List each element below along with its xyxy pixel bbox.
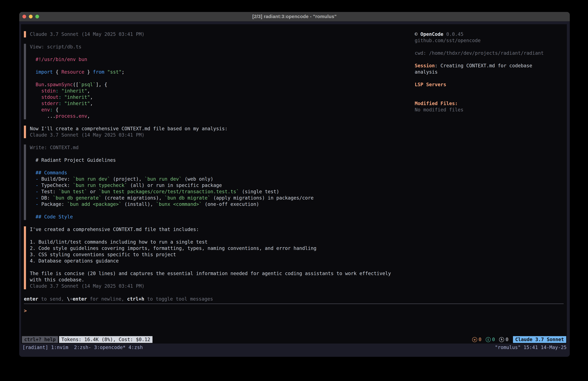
session-line: Session: Creating CONTEXT.md for codebas… xyxy=(415,63,549,75)
message-line: #!/usr/bin/env bun xyxy=(30,56,397,63)
close-button[interactable] xyxy=(22,15,26,18)
text-segment: DB: xyxy=(41,195,53,201)
text-segment: - xyxy=(30,183,41,188)
sidebar: © OpenCode 0.0.45 github.com/sst/opencod… xyxy=(415,31,549,113)
input-divider xyxy=(24,304,564,304)
message-line: ## Commands xyxy=(30,170,397,176)
app-name: OpenCode xyxy=(420,31,443,37)
text-segment: (all) or run in specific package xyxy=(127,183,222,188)
text-segment: ], { xyxy=(96,82,107,87)
text-segment: env xyxy=(41,107,50,112)
text-segment: Bun xyxy=(36,82,44,87)
prompt-chevron-icon: > xyxy=(24,308,27,314)
text-segment: stdout xyxy=(41,94,59,100)
text-segment: - xyxy=(30,195,41,201)
message-line xyxy=(30,163,397,170)
text-segment: stdin xyxy=(41,88,56,94)
text-segment: I've created a comprehensive CONTEXT.md … xyxy=(30,227,199,232)
message-line: Claude 3.7 Sonnet (14 May 2025 03:41 PM) xyxy=(30,283,397,289)
message-line: with this codebase. xyxy=(30,277,397,283)
model-chip[interactable]: Claude 3.7 Sonnet xyxy=(513,336,566,343)
copyright-icon: © xyxy=(415,31,418,37)
text-segment: for newline, xyxy=(87,296,127,302)
text-segment: or xyxy=(87,189,99,194)
message-line: ...process.env, xyxy=(30,113,397,119)
app-brand: © OpenCode 0.0.45 xyxy=(415,31,549,37)
text-segment: import xyxy=(36,69,53,75)
i-diagnostic-counter: i0 xyxy=(486,337,495,342)
text-segment: (single test) xyxy=(239,189,279,194)
app-version: 0.0.45 xyxy=(446,31,463,37)
text-segment: (apply migrations) in packages/core xyxy=(210,195,314,201)
message-line: 2. Code style guidelines covering import… xyxy=(30,245,397,251)
text-segment: to send, xyxy=(38,296,67,302)
text-segment: (web only) xyxy=(182,176,213,182)
text-segment: : xyxy=(59,94,62,100)
minimize-button[interactable] xyxy=(29,15,33,18)
text-caret xyxy=(27,308,27,312)
repo-link: github.com/sst/opencode xyxy=(415,37,549,44)
tmux-windows[interactable]: [radiant] 1:nvim 2:zsh- 3:opencode* 4:zs… xyxy=(22,345,143,350)
prompt-input[interactable]: > xyxy=(24,308,564,314)
text-segment xyxy=(30,88,41,94)
text-segment xyxy=(30,69,36,75)
chat-transcript[interactable]: Claude 3.7 Sonnet (14 May 2025 03:41 PM)… xyxy=(21,31,397,296)
tmux-host-clock: "romulus" 15:41 14-May-25 xyxy=(495,345,567,350)
message-line xyxy=(30,207,397,214)
text-segment: enter xyxy=(24,296,38,302)
text-segment xyxy=(30,107,41,112)
text-segment: : xyxy=(59,101,62,106)
text-segment: (project), xyxy=(110,176,145,182)
message-line: env: { xyxy=(30,107,397,113)
text-segment: `bun run typecheck` xyxy=(73,183,127,188)
text-segment: "inherit" xyxy=(64,101,90,106)
message-line: import { Resource } from "sst"; xyxy=(30,69,397,75)
message-line: Claude 3.7 Sonnet (14 May 2025 03:41 PM) xyxy=(30,31,397,37)
text-segment: (create migrations), xyxy=(102,195,165,201)
text-segment: "sst" xyxy=(107,69,122,75)
text-segment: { xyxy=(53,107,59,112)
w-circle-icon: w xyxy=(472,337,477,342)
w-diagnostic-counter: w0 xyxy=(472,337,482,342)
lsp-servers-header: LSP Servers xyxy=(415,82,549,88)
text-segment: { xyxy=(53,69,61,75)
message-line: # Radiant Project Guidelines xyxy=(30,157,397,163)
text-segment: 1. Build/lint/test commands including ho… xyxy=(30,239,208,245)
text-segment: - xyxy=(30,176,41,182)
status-bar: ctrl+? help Tokens: 16.4K (8%), Cost: $0… xyxy=(22,336,566,343)
message-line: 3. CSS styling conventions specific to t… xyxy=(30,251,397,258)
text-segment: `bun db migrate` xyxy=(165,195,210,201)
text-segment: , xyxy=(87,88,90,94)
text-segment: The file is concise (20 lines) and captu… xyxy=(30,271,391,276)
text-segment: Claude 3.7 Sonnet (14 May 2025 03:41 PM) xyxy=(30,31,145,37)
text-segment xyxy=(61,101,64,106)
text-segment: ... xyxy=(30,113,56,119)
text-segment: "inherit" xyxy=(61,88,87,94)
message-line: stdin: "inherit", xyxy=(30,88,397,94)
text-segment: : xyxy=(56,88,59,94)
diagnostic-count: 0 xyxy=(492,337,495,342)
message-line: I've created a comprehensive CONTEXT.md … xyxy=(30,226,397,233)
opencode-tui: Claude 3.7 Sonnet (14 May 2025 03:41 PM)… xyxy=(21,24,567,344)
zoom-button[interactable] xyxy=(35,15,39,18)
text-segment: env xyxy=(79,113,87,119)
text-segment: Claude 3.7 Sonnet (14 May 2025 03:41 PM) xyxy=(30,283,145,289)
text-segment: from xyxy=(93,69,105,75)
cwd-line: cwd: /home/thdxr/dev/projects/radiant/ra… xyxy=(415,50,549,56)
text-segment: Now I'll create a comprehensive CONTEXT.… xyxy=(30,126,228,132)
text-segment xyxy=(105,69,107,75)
text-segment: 4. Database operations guidance xyxy=(30,258,119,264)
text-segment: Claude 3.7 Sonnet (14 May 2025 03:41 PM) xyxy=(30,132,145,138)
message-block: Claude 3.7 Sonnet (14 May 2025 03:41 PM) xyxy=(24,31,397,37)
text-segment: `bun add <package>` xyxy=(67,202,122,207)
diagnostic-count: 0 xyxy=(479,337,482,342)
text-segment: `bun db generate` xyxy=(53,195,102,201)
modified-files-empty: No modified files xyxy=(415,107,549,113)
text-segment: ## Code Style xyxy=(30,214,73,220)
window-titlebar[interactable]: [2/3] radiant:3:opencode - "romulus" xyxy=(19,12,570,22)
message-line: ## Code Style xyxy=(30,214,397,220)
message-line xyxy=(30,50,397,56)
message-line: stdout: "inherit", xyxy=(30,94,397,100)
text-segment: to toggle tool messages xyxy=(144,296,213,302)
message-line: - Package: `bun add <package>` (install)… xyxy=(30,201,397,207)
